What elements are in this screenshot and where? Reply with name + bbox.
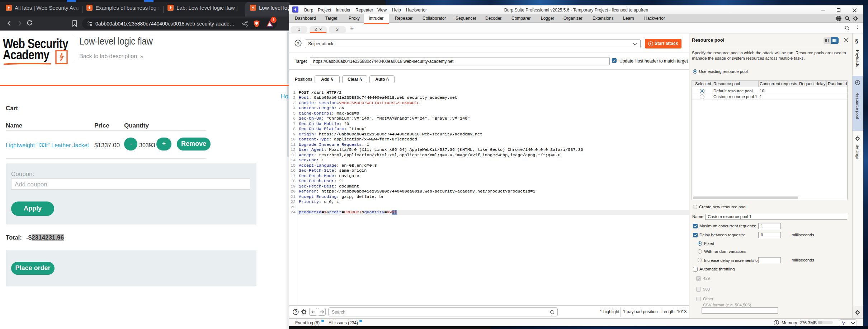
svg-text:?: ?: [297, 41, 299, 46]
svg-text:?: ?: [294, 310, 297, 314]
